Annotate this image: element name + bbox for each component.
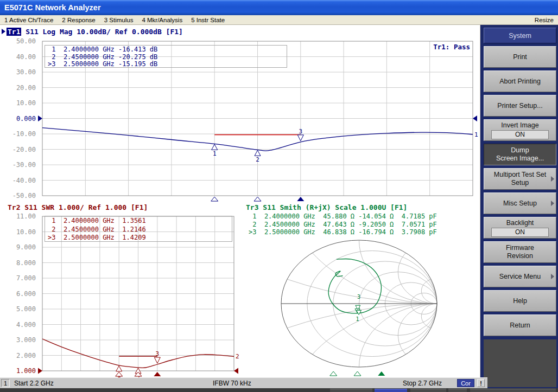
window-title: E5071C Network Analyzer xyxy=(4,3,101,12)
softkey-print[interactable]: Print xyxy=(484,46,556,68)
tr2-ref-arrow-left[interactable] xyxy=(38,368,42,374)
ifbw-value[interactable]: IFBW 70 kHz xyxy=(213,379,251,388)
softkey-label: Invert Image xyxy=(501,121,538,130)
tr1-tag: Tr1 xyxy=(7,28,21,36)
tr3-marker-table: 1 2.4000000 GHz 45.880 Ω -14.054 Ω 4.718… xyxy=(246,212,437,236)
tr2-markers-row-1: 1 2.4000000 GHz 1.3561 xyxy=(48,217,232,226)
tr2-marker-1[interactable] xyxy=(116,366,122,371)
tr1-title[interactable]: Tr1 S11 Log Mag 10.00dB/ Ref 0.000dB [F1… xyxy=(2,28,183,36)
tr2-ylabels-4: 7.000 xyxy=(0,274,36,282)
menu-item-3[interactable]: 3 Stimulus xyxy=(104,17,134,23)
tr1-marker-3[interactable] xyxy=(297,135,303,141)
softkey-printer-setup[interactable]: Printer Setup... xyxy=(484,95,556,117)
softkey-label: Dump xyxy=(511,146,529,155)
softkey-backlight[interactable]: BacklightON xyxy=(484,217,556,239)
softkey-service-menu[interactable]: Service Menu xyxy=(484,266,556,287)
svg-text:3: 3 xyxy=(299,128,302,135)
softkey-dump-screen-image[interactable]: DumpScreen Image... xyxy=(484,144,556,165)
tr2-ylabels-7: 4.000 xyxy=(0,321,36,329)
tr1-ylabels-0: 50.00 xyxy=(0,37,36,45)
tr3-markers-row-2: 2 2.4500000 GHz 47.643 Ω -9.2050 Ω 7.057… xyxy=(249,221,437,229)
tr1-stimulus-marker-1[interactable] xyxy=(211,197,218,201)
tr1-stimulus-marker-3[interactable] xyxy=(297,197,304,201)
softkey-label: Revision xyxy=(507,252,533,260)
clipped-instrument-status-strip xyxy=(0,388,558,392)
tr3-stimulus-marker-3[interactable] xyxy=(378,371,385,376)
tr1-format: S11 Log Mag 10.00dB/ Ref 0.000dB [F1] xyxy=(26,28,183,36)
softkey-multiport-test-set-setup[interactable]: Multiport Test SetSetup xyxy=(484,168,556,190)
tr2-ylabels-1: 10.00 xyxy=(0,228,36,236)
tr2-ylabels-6: 5.000 xyxy=(0,305,36,313)
softkey-label: Multiport Test Set xyxy=(494,171,546,179)
status-cell-highlight xyxy=(375,389,407,392)
softkey-label: Return xyxy=(510,322,530,330)
softkey-label: Firmware xyxy=(506,244,534,252)
tr1-markers-row-3: >3 2.5000000 GHz -15.195 dB xyxy=(48,61,287,68)
submenu-arrow-icon xyxy=(551,176,554,182)
softkey-firmware-revision[interactable]: FirmwareRevision xyxy=(484,241,556,263)
status-cell xyxy=(448,389,467,392)
tr1-ylabels-2: 30.00 xyxy=(0,68,36,76)
tr1-ylabels-1: 40.00 xyxy=(0,53,36,61)
tr1-ylabels-6: -10.00 xyxy=(0,130,36,138)
softkey-menu-title: System xyxy=(484,28,556,43)
softkey-label: Screen Image... xyxy=(496,155,544,163)
softkey-label: Setup xyxy=(511,179,529,187)
start-frequency[interactable]: Start 2.2 GHz xyxy=(14,379,54,388)
softkey-misc-setup[interactable]: Misc Setup xyxy=(484,192,556,214)
tr2-ylabels-10: 1.000 xyxy=(0,367,36,375)
tr1-ylabels-4: 10.00 xyxy=(0,99,36,107)
tr1-ylabels-7: -20.00 xyxy=(0,146,36,153)
tr1-marker-1[interactable] xyxy=(212,144,218,150)
softkey-label: Help xyxy=(513,297,527,305)
tr2-title[interactable]: Tr2 S11 SWR 1.000/ Ref 1.000 [F1] xyxy=(8,203,148,211)
tr3-markers-row-1: 1 2.4000000 GHz 45.880 Ω -14.054 Ω 4.718… xyxy=(249,213,437,221)
softkey-label: Misc Setup xyxy=(503,200,537,208)
submenu-arrow-icon xyxy=(551,274,554,279)
tr3-stimulus-marker-1[interactable] xyxy=(330,371,337,376)
tr1-markers-row-2: 2 2.4500000 GHz -20.275 dB xyxy=(48,54,287,61)
tr1-ylabels-5: 0.000 xyxy=(0,115,36,123)
title-bar: E5071C Network Analyzer xyxy=(0,0,558,15)
menu-item-4[interactable]: 4 Mkr/Analysis xyxy=(142,17,182,23)
softkey-menu: System PrintAbort PrintingPrinter Setup.… xyxy=(480,25,558,388)
softkey-invert-image[interactable]: Invert ImageON xyxy=(484,119,556,141)
tr1-ref-arrow-right[interactable] xyxy=(473,115,477,121)
softkey-abort-printing[interactable]: Abort Printing xyxy=(484,70,556,92)
tr1-ylabels-3: 20.00 xyxy=(0,84,36,92)
softkey-help[interactable]: Help xyxy=(484,290,556,312)
tr2-stimulus-marker-1[interactable] xyxy=(116,372,123,376)
softkey-label: Printer Setup... xyxy=(497,102,542,110)
submenu-arrow-icon xyxy=(551,201,554,206)
svg-text:1: 1 xyxy=(474,131,478,138)
svg-text:3: 3 xyxy=(155,350,159,357)
stop-frequency[interactable]: Stop 2.7 GHz xyxy=(403,379,442,388)
tr3-title[interactable]: Tr3 S11 Smith (R+jX) Scale 1.000U [F1] xyxy=(246,203,407,211)
tr2-ylabels-3: 8.000 xyxy=(0,259,36,267)
tr3-stimulus-marker-2[interactable] xyxy=(354,371,361,376)
menu-item-2[interactable]: 2 Response xyxy=(62,17,95,23)
svg-text:2: 2 xyxy=(256,156,259,163)
tr1-stimulus-marker-2[interactable] xyxy=(254,197,261,201)
softkey-state: ON xyxy=(491,228,549,237)
tr1-ref-arrow-left[interactable] xyxy=(38,115,42,121)
svg-text:3: 3 xyxy=(357,294,360,300)
status-cell xyxy=(470,389,556,392)
menu-item-1[interactable]: 1 Active Ch/Trace xyxy=(4,17,53,23)
tr1-markers-row-1: 1 2.4000000 GHz -16.413 dB xyxy=(48,46,287,54)
tr2-ylabels-8: 3.000 xyxy=(0,336,36,344)
tr2-markers-row-3: >3 2.5000000 GHz 1.4209 xyxy=(48,234,232,242)
softkey-label: Backlight xyxy=(506,219,534,227)
tr2-marker-3[interactable] xyxy=(154,357,160,363)
status-bar: 1 Start 2.2 GHz IFBW 70 kHz Stop 2.7 GHz… xyxy=(0,377,487,388)
tr3-markers-row-3: >3 2.5000000 GHz 46.838 Ω -16.794 Ω 3.79… xyxy=(249,228,437,236)
e5071c-screen: { "title_bar": { "title": "E5071C Networ… xyxy=(0,0,558,392)
softkey-label: Print xyxy=(513,53,527,61)
active-trace-arrow-icon xyxy=(2,29,5,34)
tr2-markers-row-2: 2 2.4500000 GHz 1.2146 xyxy=(48,226,232,234)
tr2-stimulus-marker-3[interactable] xyxy=(154,372,161,376)
resize-button[interactable]: Resize xyxy=(535,17,554,23)
menu-item-5[interactable]: 5 Instr State xyxy=(191,17,225,23)
softkey-return[interactable]: Return xyxy=(484,314,556,336)
tr1-marker-2[interactable] xyxy=(255,150,261,156)
